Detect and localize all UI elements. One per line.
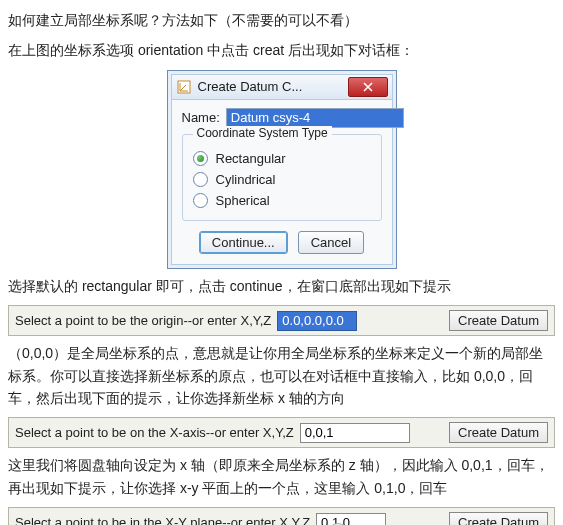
name-row: Name: — [182, 108, 382, 128]
radio-icon — [193, 151, 208, 166]
continue-button[interactable]: Continue... — [199, 231, 288, 254]
radio-label: Cylindrical — [216, 172, 276, 187]
close-icon — [363, 82, 373, 92]
dialog-body: Name: Coordinate System Type Rectangular… — [171, 100, 393, 265]
prompt-text: Select a point to be on the X-axis--or e… — [15, 425, 294, 440]
dialog-titlebar: Create Datum C... — [171, 74, 393, 100]
coord-type-group: Coordinate System Type Rectangular Cylin… — [182, 134, 382, 221]
dialog-screenshot: Create Datum C... Name: Coordinate Syste… — [8, 70, 555, 269]
radio-spherical[interactable]: Spherical — [193, 193, 371, 208]
dialog-title: Create Datum C... — [198, 79, 348, 94]
radio-label: Rectangular — [216, 151, 286, 166]
datum-icon — [176, 79, 192, 95]
radio-icon — [193, 193, 208, 208]
group-legend: Coordinate System Type — [193, 126, 332, 140]
origin-input[interactable] — [277, 311, 357, 331]
paragraph-explain-origin: （0,0,0）是全局坐标系的点，意思就是让你用全局坐标系的坐标来定义一个新的局部… — [8, 342, 555, 409]
name-input[interactable] — [226, 108, 404, 128]
cancel-button[interactable]: Cancel — [298, 231, 364, 254]
prompt-text: Select a point to be the origin--or ente… — [15, 313, 271, 328]
dialog-window: Create Datum C... Name: Coordinate Syste… — [167, 70, 397, 269]
radio-icon — [193, 172, 208, 187]
create-datum-button[interactable]: Create Datum — [449, 422, 548, 443]
prompt-xaxis: Select a point to be on the X-axis--or e… — [8, 417, 555, 448]
dialog-button-row: Continue... Cancel — [182, 231, 382, 254]
paragraph-intro: 如何建立局部坐标系呢？方法如下（不需要的可以不看） — [8, 9, 555, 31]
prompt-text: Select a point to be in the X-Y plane--o… — [15, 515, 310, 525]
xaxis-input[interactable] — [300, 423, 410, 443]
paragraph-select-default: 选择默认的 rectangular 即可，点击 continue，在窗口底部出现… — [8, 275, 555, 297]
prompt-origin: Select a point to be the origin--or ente… — [8, 305, 555, 336]
create-datum-button[interactable]: Create Datum — [449, 310, 548, 331]
radio-label: Spherical — [216, 193, 270, 208]
paragraph-explain-xaxis: 这里我们将圆盘轴向设定为 x 轴（即原来全局坐标系的 z 轴），因此输入 0,0… — [8, 454, 555, 499]
name-label: Name: — [182, 110, 220, 125]
paragraph-open-dialog: 在上图的坐标系选项 orientation 中点击 creat 后出现如下对话框… — [8, 39, 555, 61]
radio-cylindrical[interactable]: Cylindrical — [193, 172, 371, 187]
radio-rectangular[interactable]: Rectangular — [193, 151, 371, 166]
close-button[interactable] — [348, 77, 388, 97]
